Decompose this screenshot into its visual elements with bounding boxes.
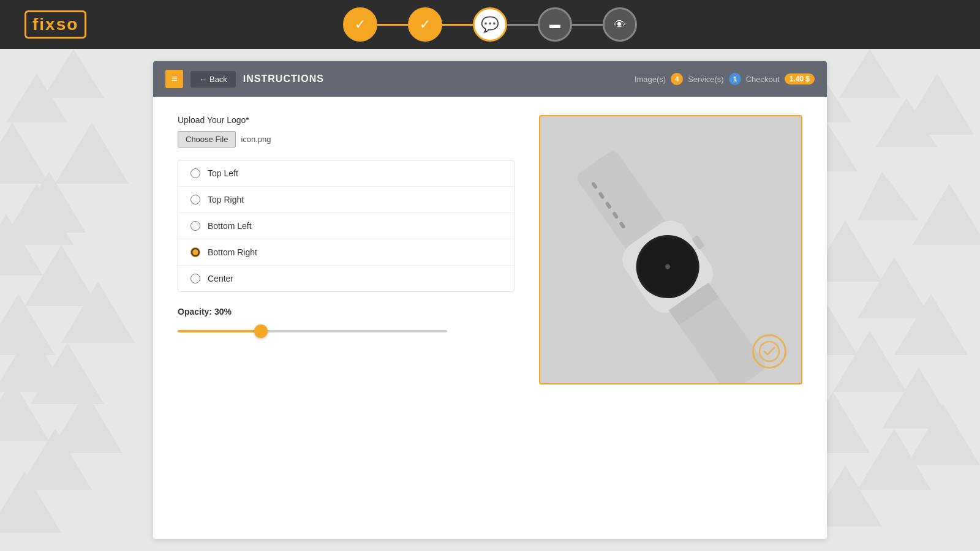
opacity-label: Opacity: 30% [178, 307, 514, 317]
header-left: ≡ ← Back INSTRUCTIONS [165, 70, 324, 88]
step-line-1 [377, 24, 408, 26]
slider-container [178, 324, 447, 335]
right-section [539, 115, 802, 384]
step-1-icon: ✓ [355, 17, 366, 32]
opacity-value: 30% [214, 307, 232, 317]
option-bottom-left-label: Bottom Left [208, 221, 252, 231]
content-header: ≡ ← Back INSTRUCTIONS Image(s) 4 Service… [153, 61, 827, 97]
header-right: Image(s) 4 Service(s) 1 Checkout 1.40 $ [635, 73, 815, 85]
choose-file-button[interactable]: Choose File [178, 131, 236, 148]
main-wrapper: ≡ ← Back INSTRUCTIONS Image(s) 4 Service… [0, 49, 980, 551]
top-navigation: fixso ✓ ✓ 💬 ▬ 👁 [0, 0, 980, 49]
option-top-left[interactable]: Top Left [178, 160, 514, 187]
option-top-right[interactable]: Top Right [178, 187, 514, 213]
option-bottom-right-label: Bottom Right [208, 247, 257, 257]
content-panel: ≡ ← Back INSTRUCTIONS Image(s) 4 Service… [153, 61, 827, 539]
radio-bottom-left[interactable] [190, 221, 200, 231]
step-1[interactable]: ✓ [343, 7, 377, 42]
step-5-icon: 👁 [614, 18, 626, 32]
logo-box: fixso [24, 10, 86, 39]
page-title: INSTRUCTIONS [243, 73, 324, 84]
app-logo: fixso [24, 10, 86, 39]
radio-top-right[interactable] [190, 195, 200, 204]
opacity-slider[interactable] [178, 330, 447, 332]
checkout-value: 1.40 $ [785, 73, 815, 84]
option-bottom-right[interactable]: Bottom Right [178, 239, 514, 266]
radio-center[interactable] [190, 274, 200, 283]
left-section: Upload Your Logo* Choose File icon.png T… [178, 115, 514, 384]
step-2[interactable]: ✓ [408, 7, 442, 42]
content-body: Upload Your Logo* Choose File icon.png T… [153, 97, 827, 403]
step-line-3 [507, 24, 538, 26]
watermark-check-svg [758, 340, 780, 362]
radio-bottom-right[interactable] [190, 247, 200, 257]
step-line-2 [442, 24, 473, 26]
step-4[interactable]: ▬ [538, 7, 572, 42]
step-2-icon: ✓ [420, 17, 431, 32]
file-input-row: Choose File icon.png [178, 131, 514, 148]
step-line-4 [572, 24, 603, 26]
services-label: Service(s) [688, 75, 724, 84]
services-badge: 1 [729, 73, 741, 85]
images-label: Image(s) [635, 75, 666, 84]
upload-label: Upload Your Logo* [178, 115, 514, 125]
images-badge: 4 [671, 73, 683, 85]
step-3[interactable]: 💬 [473, 7, 507, 42]
option-top-left-label: Top Left [208, 168, 238, 178]
option-center[interactable]: Center [178, 266, 514, 291]
steps-container: ✓ ✓ 💬 ▬ 👁 [343, 7, 637, 42]
svg-point-47 [760, 342, 779, 361]
step-4-icon: ▬ [549, 18, 560, 31]
option-bottom-left[interactable]: Bottom Left [178, 213, 514, 239]
image-preview [539, 115, 802, 384]
radio-top-left[interactable] [190, 168, 200, 178]
logo-text: fixso [32, 15, 78, 34]
step-3-icon: 💬 [481, 16, 499, 33]
back-button[interactable]: ← Back [190, 71, 236, 88]
file-name: icon.png [241, 135, 271, 144]
watermark-icon [752, 334, 786, 369]
menu-button[interactable]: ≡ [165, 70, 183, 88]
option-center-label: Center [208, 274, 233, 283]
opacity-text: Opacity: [178, 307, 212, 317]
opacity-section: Opacity: 30% [178, 307, 514, 335]
checkout-label: Checkout [746, 75, 780, 84]
step-5[interactable]: 👁 [603, 7, 637, 42]
option-top-right-label: Top Right [208, 195, 244, 204]
position-radio-group: Top Left Top Right Bottom Left Bottom Ri… [178, 160, 514, 292]
